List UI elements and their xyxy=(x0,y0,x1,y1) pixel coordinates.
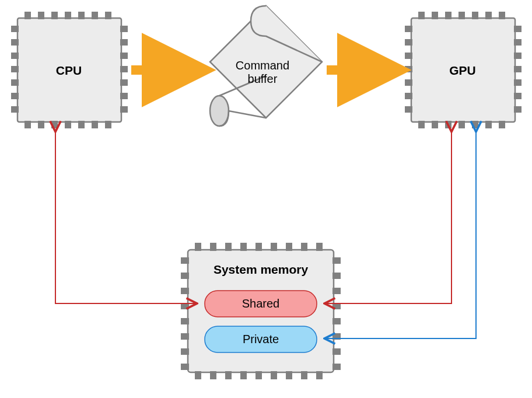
svg-rect-57 xyxy=(514,106,522,113)
svg-rect-44 xyxy=(405,26,412,32)
svg-rect-21 xyxy=(11,106,19,113)
private-label: Private xyxy=(243,333,279,345)
connector-gpu-private xyxy=(326,131,476,338)
svg-rect-50 xyxy=(405,106,412,113)
svg-rect-67 xyxy=(301,243,307,251)
connector-cpu-shared xyxy=(55,131,196,303)
svg-rect-64 xyxy=(256,243,262,251)
svg-rect-17 xyxy=(11,53,19,59)
svg-rect-22 xyxy=(120,26,128,32)
connector-gpu-shared xyxy=(326,131,452,303)
svg-rect-62 xyxy=(225,243,232,251)
svg-rect-66 xyxy=(286,243,292,251)
svg-rect-73 xyxy=(256,371,262,379)
svg-rect-18 xyxy=(11,66,19,72)
svg-rect-33 xyxy=(459,12,465,19)
svg-rect-92 xyxy=(332,348,341,355)
svg-rect-20 xyxy=(11,93,19,99)
svg-rect-31 xyxy=(432,12,438,19)
svg-rect-63 xyxy=(240,243,247,251)
svg-rect-76 xyxy=(301,371,307,379)
svg-rect-11 xyxy=(65,121,71,128)
svg-rect-39 xyxy=(445,121,452,128)
svg-rect-10 xyxy=(51,121,58,128)
svg-rect-55 xyxy=(514,79,522,86)
svg-rect-70 xyxy=(210,371,216,379)
svg-rect-34 xyxy=(472,12,478,19)
svg-rect-87 xyxy=(332,273,341,279)
svg-rect-83 xyxy=(181,333,189,340)
svg-rect-53 xyxy=(514,53,522,59)
diagram-canvas: CPU GPU Command buffer System memory Sha… xyxy=(0,0,532,398)
command-buffer-line2: buffer xyxy=(248,72,278,85)
svg-rect-16 xyxy=(11,39,19,46)
svg-rect-51 xyxy=(514,26,522,32)
cpu-chip: CPU xyxy=(11,12,128,128)
svg-rect-6 xyxy=(92,12,98,19)
gpu-label: GPU xyxy=(449,64,476,77)
memory-title: System memory xyxy=(214,263,309,276)
svg-rect-54 xyxy=(514,66,522,72)
command-buffer-line1: Command xyxy=(236,59,289,72)
svg-rect-7 xyxy=(105,12,111,19)
svg-rect-80 xyxy=(181,288,189,294)
svg-rect-36 xyxy=(499,12,505,19)
svg-rect-56 xyxy=(514,93,522,99)
svg-rect-85 xyxy=(181,364,189,370)
cpu-label: CPU xyxy=(56,64,82,77)
svg-rect-19 xyxy=(11,79,19,86)
svg-rect-68 xyxy=(316,243,323,251)
svg-rect-45 xyxy=(405,39,412,46)
svg-rect-2 xyxy=(38,12,44,19)
svg-rect-12 xyxy=(78,121,85,128)
svg-rect-15 xyxy=(11,26,19,32)
svg-rect-42 xyxy=(485,121,492,128)
svg-rect-49 xyxy=(405,93,412,99)
shared-label: Shared xyxy=(242,297,280,310)
gpu-chip: GPU xyxy=(405,12,522,128)
svg-rect-37 xyxy=(418,121,425,128)
svg-rect-28 xyxy=(120,106,128,113)
command-buffer-scroll: Command buffer xyxy=(209,6,322,126)
svg-rect-1 xyxy=(24,12,31,19)
svg-rect-35 xyxy=(485,12,492,19)
svg-rect-48 xyxy=(405,79,412,86)
svg-rect-32 xyxy=(445,12,452,19)
svg-rect-52 xyxy=(514,39,522,46)
svg-rect-26 xyxy=(120,79,128,86)
svg-rect-77 xyxy=(316,371,323,379)
svg-rect-86 xyxy=(332,257,341,264)
svg-rect-27 xyxy=(120,93,128,99)
svg-rect-69 xyxy=(195,371,201,379)
svg-rect-30 xyxy=(418,12,425,19)
svg-rect-60 xyxy=(195,243,201,251)
svg-rect-4 xyxy=(65,12,71,19)
system-memory-chip: System memory Shared Private xyxy=(181,243,341,379)
svg-point-58 xyxy=(210,96,229,126)
svg-rect-90 xyxy=(332,318,341,324)
svg-rect-78 xyxy=(181,257,189,264)
svg-rect-65 xyxy=(271,243,277,251)
svg-rect-74 xyxy=(271,371,277,379)
svg-rect-5 xyxy=(78,12,85,19)
svg-rect-84 xyxy=(181,348,189,355)
svg-rect-23 xyxy=(120,39,128,46)
svg-rect-72 xyxy=(240,371,247,379)
svg-rect-38 xyxy=(432,121,438,128)
svg-rect-40 xyxy=(459,121,465,128)
svg-rect-46 xyxy=(405,53,412,59)
svg-rect-61 xyxy=(210,243,216,251)
svg-rect-75 xyxy=(286,371,292,379)
svg-rect-82 xyxy=(181,318,189,324)
svg-rect-3 xyxy=(51,12,58,19)
svg-rect-24 xyxy=(120,53,128,59)
svg-rect-13 xyxy=(92,121,98,128)
svg-rect-41 xyxy=(472,121,478,128)
svg-rect-93 xyxy=(332,364,341,370)
svg-rect-88 xyxy=(332,288,341,294)
svg-rect-71 xyxy=(225,371,232,379)
svg-rect-79 xyxy=(181,273,189,279)
svg-rect-14 xyxy=(105,121,111,128)
svg-rect-43 xyxy=(499,121,505,128)
svg-rect-8 xyxy=(24,121,31,128)
